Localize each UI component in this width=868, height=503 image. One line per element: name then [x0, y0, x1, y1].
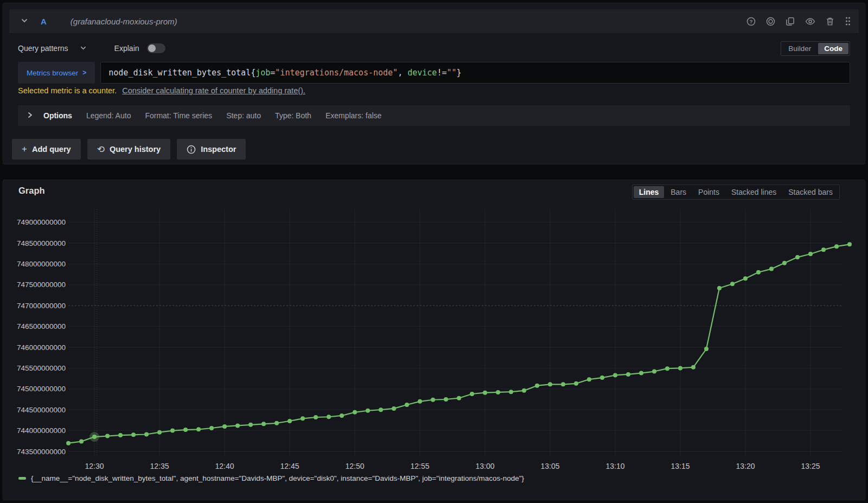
builder-mode-button[interactable]: Builder — [782, 43, 817, 54]
add-rate-link[interactable]: Consider calculating rate of counter by … — [122, 86, 305, 95]
chart-legend: {__name__="node_disk_written_bytes_total… — [18, 474, 524, 482]
data-point[interactable] — [275, 421, 279, 425]
chevron-down-icon[interactable] — [80, 43, 86, 53]
data-point[interactable] — [248, 423, 253, 427]
data-point[interactable] — [183, 428, 188, 432]
data-point[interactable] — [743, 276, 748, 281]
graph-mode-tab-stacked-lines[interactable]: Stacked lines — [726, 186, 782, 198]
data-point[interactable] — [79, 440, 84, 444]
hide-response-eye-icon[interactable] — [805, 17, 815, 26]
data-point[interactable] — [691, 365, 695, 370]
data-point[interactable] — [470, 392, 474, 396]
promql-code-input[interactable]: node_disk_written_bytes_total{job="integ… — [100, 62, 850, 84]
data-point[interactable] — [301, 416, 305, 421]
help-icon[interactable]: ? — [746, 17, 756, 26]
chevron-right-icon: > — [82, 69, 86, 77]
data-point[interactable] — [118, 433, 123, 437]
data-point[interactable] — [613, 373, 617, 377]
query-patterns-button[interactable]: Query patterns — [18, 44, 68, 53]
time-series-chart[interactable]: 7435000000007440000000007445000000007450… — [9, 206, 859, 475]
remove-query-trash-icon[interactable] — [826, 17, 834, 26]
data-point[interactable] — [66, 441, 71, 445]
data-point[interactable] — [314, 415, 318, 419]
data-point[interactable] — [626, 372, 630, 377]
y-axis-tick-label: 746000000000 — [17, 343, 66, 352]
history-icon: ⟲ — [97, 144, 105, 155]
data-point[interactable] — [756, 270, 761, 275]
data-point[interactable] — [105, 434, 110, 438]
query-toolbar: Query patterns Explain Builder Code — [18, 40, 850, 57]
data-point[interactable] — [730, 282, 735, 286]
data-point[interactable] — [561, 382, 565, 386]
graph-mode-tab-lines[interactable]: Lines — [634, 186, 665, 198]
data-point[interactable] — [261, 422, 266, 426]
data-point[interactable] — [808, 252, 813, 256]
data-point[interactable] — [587, 377, 591, 381]
toggle-knob — [148, 44, 156, 52]
data-point[interactable] — [717, 286, 722, 290]
time-series-line — [68, 244, 850, 443]
data-point[interactable] — [535, 384, 539, 388]
data-point[interactable] — [600, 375, 604, 380]
data-point[interactable] — [157, 430, 162, 435]
data-point[interactable] — [327, 415, 331, 419]
data-point[interactable] — [353, 410, 357, 415]
data-point[interactable] — [418, 399, 422, 404]
code-mode-button[interactable]: Code — [818, 43, 848, 54]
data-point[interactable] — [574, 381, 578, 386]
duplicate-query-icon[interactable] — [786, 17, 795, 26]
data-point[interactable] — [131, 432, 136, 437]
data-point[interactable] — [405, 403, 409, 407]
data-point[interactable] — [431, 398, 435, 402]
explain-label: Explain — [114, 44, 139, 53]
data-point[interactable] — [522, 389, 526, 393]
drag-handle-icon[interactable] — [845, 16, 851, 26]
data-point[interactable] — [769, 267, 774, 271]
data-point[interactable] — [704, 347, 709, 351]
data-point[interactable] — [639, 371, 643, 375]
options-collapsed-row[interactable]: Options Legend: AutoFormat: Time seriesS… — [18, 105, 850, 126]
data-point[interactable] — [483, 391, 487, 395]
graph-mode-tab-bars[interactable]: Bars — [665, 186, 692, 198]
data-point[interactable] — [92, 435, 97, 439]
data-point[interactable] — [496, 390, 500, 394]
info-icon — [187, 145, 196, 154]
legend-series-label[interactable]: {__name__="node_disk_written_bytes_total… — [31, 474, 524, 482]
data-point[interactable] — [782, 261, 787, 265]
query-history-button[interactable]: ⟲ Query history — [87, 139, 171, 160]
graph-mode-tab-points[interactable]: Points — [693, 186, 725, 198]
query-input-row: Metrics browser > node_disk_written_byte… — [18, 62, 850, 84]
data-point[interactable] — [457, 396, 461, 400]
data-point[interactable] — [548, 382, 552, 386]
target-icon[interactable] — [766, 17, 775, 26]
data-point[interactable] — [288, 419, 292, 423]
data-point[interactable] — [444, 397, 448, 402]
inspector-button[interactable]: Inspector — [177, 139, 246, 160]
data-point[interactable] — [340, 413, 344, 418]
data-point[interactable] — [235, 423, 240, 428]
options-summary-item: Type: Both — [275, 111, 311, 120]
data-point[interactable] — [392, 406, 396, 411]
explain-toggle[interactable] — [147, 43, 165, 53]
legend-series-swatch[interactable] — [18, 477, 26, 480]
data-point[interactable] — [834, 244, 839, 249]
metrics-browser-button[interactable]: Metrics browser > — [18, 62, 95, 84]
data-point[interactable] — [509, 390, 513, 394]
y-axis-tick-label: 745500000000 — [17, 364, 66, 372]
data-point[interactable] — [379, 408, 383, 412]
collapse-query-icon[interactable] — [21, 16, 28, 26]
data-point[interactable] — [652, 370, 656, 374]
data-point[interactable] — [665, 366, 669, 371]
graph-mode-tab-stacked-bars[interactable]: Stacked bars — [783, 186, 838, 198]
data-point[interactable] — [222, 424, 227, 429]
data-point[interactable] — [196, 427, 201, 431]
data-point[interactable] — [678, 366, 682, 370]
data-point[interactable] — [144, 432, 149, 437]
data-point[interactable] — [366, 409, 370, 413]
data-point[interactable] — [821, 247, 826, 252]
data-point[interactable] — [847, 242, 852, 246]
data-point[interactable] — [170, 429, 175, 433]
data-point[interactable] — [209, 426, 214, 430]
data-point[interactable] — [795, 255, 800, 259]
add-query-button[interactable]: + Add query — [12, 139, 81, 160]
